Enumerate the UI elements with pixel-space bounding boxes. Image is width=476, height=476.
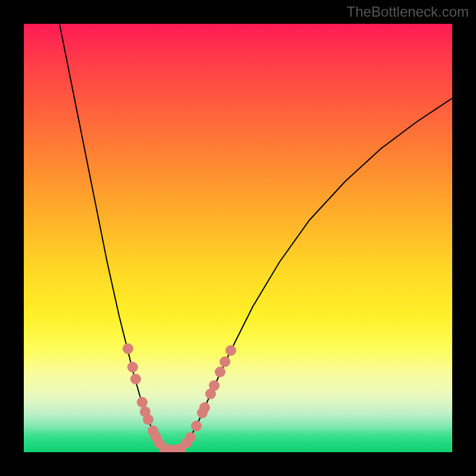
data-markers [123, 343, 236, 452]
data-point [123, 343, 133, 354]
data-point [130, 374, 141, 384]
data-point [215, 367, 226, 377]
data-point [143, 414, 154, 425]
data-point [226, 345, 236, 356]
data-point [127, 362, 138, 372]
chart-svg [24, 24, 452, 452]
data-point [185, 432, 196, 443]
data-point [199, 402, 210, 413]
data-point [191, 421, 202, 431]
data-point [220, 356, 230, 367]
data-point [137, 397, 148, 408]
curve-line [60, 24, 452, 450]
data-point [209, 380, 220, 391]
plot-area [24, 24, 452, 452]
bottleneck-curve [60, 24, 452, 450]
watermark-text: TheBottleneck.com [347, 4, 469, 20]
